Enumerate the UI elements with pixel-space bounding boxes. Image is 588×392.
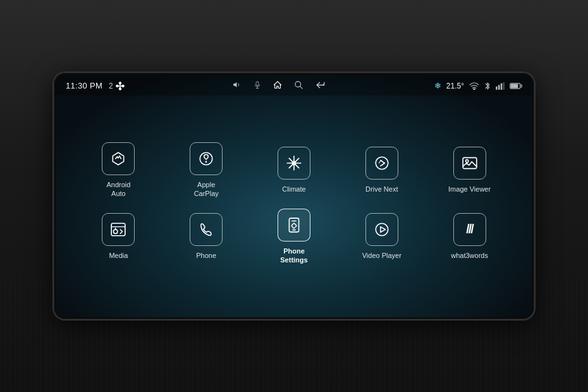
fan-speed-indicator: 2: [109, 82, 125, 90]
climate-icon-wrapper: [278, 147, 310, 180]
app-drive-next[interactable]: Drive Next: [347, 147, 417, 193]
status-right: ❄ 21.5°: [434, 81, 522, 90]
volume-icon[interactable]: [232, 80, 242, 91]
search-icon[interactable]: [294, 80, 303, 92]
media-icon-wrapper: [102, 213, 135, 246]
phone-settings-label: PhoneSettings: [280, 247, 307, 265]
app-phone-settings[interactable]: PhoneSettings: [259, 209, 329, 265]
svg-point-22: [465, 160, 468, 162]
car-dashboard: 11:30 PM 2: [0, 0, 588, 392]
svg-point-0: [119, 85, 121, 86]
svg-rect-21: [463, 157, 477, 168]
drive-next-label: Drive Next: [365, 185, 398, 193]
status-bar: 11:30 PM 2: [56, 75, 532, 95]
media-icon: [110, 221, 126, 238]
video-player-icon: [374, 221, 390, 238]
svg-rect-9: [498, 85, 500, 90]
drive-next-icon-wrapper: [365, 147, 398, 180]
svg-rect-2: [256, 82, 259, 86]
svg-marker-1: [233, 82, 236, 87]
signal-icon: [496, 82, 505, 90]
bluetooth-icon: [484, 82, 491, 90]
app-what3words[interactable]: /// what3words: [435, 213, 505, 260]
app-video-player[interactable]: Video Player: [347, 213, 417, 260]
media-label: Media: [109, 251, 128, 260]
phone-icon: [198, 221, 214, 238]
microphone-icon[interactable]: [254, 80, 261, 92]
carplay-icon-wrapper: [190, 142, 223, 175]
app-apple-carplay[interactable]: AppleCarPlay: [171, 142, 241, 199]
temperature-display: 21.5°: [446, 82, 464, 90]
svg-rect-23: [112, 223, 126, 236]
back-icon[interactable]: [315, 81, 326, 91]
android-auto-icon-wrapper: [102, 142, 135, 175]
battery-icon: [510, 82, 522, 90]
svg-point-7: [474, 89, 475, 90]
carplay-label: AppleCarPlay: [194, 180, 219, 199]
carplay-icon: [198, 150, 214, 167]
svg-rect-11: [503, 82, 505, 90]
screen-bezel: 11:30 PM 2: [54, 73, 534, 319]
image-viewer-icon-wrapper: [453, 147, 486, 180]
ac-icon: ❄: [434, 81, 441, 90]
svg-rect-13: [511, 83, 518, 88]
climate-label: Climate: [282, 185, 305, 193]
what3words-icon: ///: [466, 222, 473, 236]
app-row-1: AndroidAuto AppleCarPlay: [75, 142, 513, 199]
what3words-icon-wrapper: ///: [453, 213, 486, 246]
clock: 11:30 PM: [66, 81, 102, 90]
image-viewer-icon: [462, 155, 478, 171]
svg-rect-8: [496, 86, 498, 89]
app-climate[interactable]: Climate: [259, 147, 329, 193]
svg-rect-10: [501, 83, 503, 89]
android-auto-label: AndroidAuto: [106, 180, 130, 199]
image-viewer-label: Image Viewer: [448, 185, 491, 193]
svg-point-31: [376, 223, 388, 236]
svg-point-25: [114, 230, 118, 234]
wifi-icon: [469, 82, 479, 90]
video-player-label: Video Player: [362, 251, 401, 260]
video-player-icon-wrapper: [365, 213, 398, 246]
what3words-label: what3words: [451, 251, 488, 260]
app-image-viewer[interactable]: Image Viewer: [435, 147, 505, 193]
svg-point-29: [292, 223, 297, 228]
phone-settings-icon-wrapper: [278, 209, 310, 242]
android-auto-icon: [110, 150, 126, 167]
app-android-auto[interactable]: AndroidAuto: [83, 142, 153, 199]
app-grid: AndroidAuto AppleCarPlay: [56, 95, 532, 317]
app-phone[interactable]: Phone: [171, 213, 241, 260]
svg-line-6: [300, 86, 302, 88]
drive-next-icon: [374, 155, 390, 171]
status-center-icons: [232, 80, 326, 92]
svg-point-20: [376, 157, 388, 169]
phone-icon-wrapper: [190, 213, 223, 246]
status-left: 11:30 PM 2: [66, 81, 125, 90]
climate-icon: [286, 155, 302, 171]
infotainment-screen: 11:30 PM 2: [56, 75, 532, 317]
phone-settings-icon: [286, 217, 302, 233]
app-row-2: Media Phone: [75, 209, 513, 265]
home-icon[interactable]: [273, 80, 283, 92]
phone-label: Phone: [196, 251, 216, 260]
fan-icon: [116, 82, 125, 90]
app-media[interactable]: Media: [83, 213, 153, 260]
svg-marker-32: [381, 226, 386, 232]
